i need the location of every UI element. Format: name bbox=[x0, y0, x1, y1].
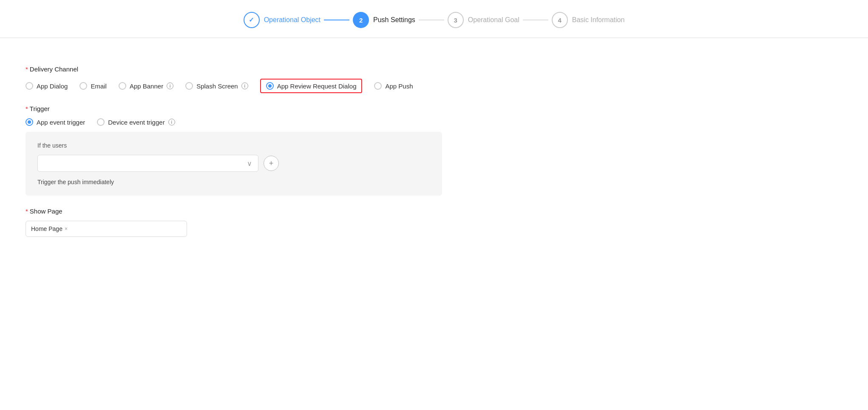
radio-app-push[interactable]: App Push bbox=[374, 82, 413, 90]
splash-screen-info-icon[interactable]: i bbox=[241, 83, 248, 89]
trigger-select-row: ∨ + bbox=[37, 155, 430, 172]
step-basic-information[interactable]: 4 Basic Information bbox=[552, 12, 625, 28]
show-page-tag: Home Page × bbox=[31, 225, 68, 232]
header-divider bbox=[0, 38, 868, 38]
show-page-tag-close[interactable]: × bbox=[65, 226, 68, 232]
radio-label-app-push: App Push bbox=[385, 83, 413, 90]
app-banner-info-icon[interactable]: i bbox=[167, 83, 173, 89]
stepper: ✓ Operational Object 2 Push Settings 3 O… bbox=[0, 0, 868, 38]
delivery-channel-required: * bbox=[26, 65, 28, 73]
show-page-tag-value: Home Page bbox=[31, 225, 62, 232]
connector-1-2 bbox=[324, 20, 349, 20]
connector-3-4 bbox=[523, 20, 548, 20]
show-page-label: * Show Page bbox=[26, 208, 442, 215]
radio-device-event-trigger[interactable]: Device event trigger i bbox=[97, 118, 175, 126]
delivery-channel-options: App Dialog Email App Banner i Splash Scr… bbox=[26, 79, 442, 93]
trigger-select-chevron: ∨ bbox=[247, 159, 252, 168]
radio-label-email: Email bbox=[91, 83, 107, 90]
radio-circle-app-review bbox=[266, 82, 274, 90]
radio-app-banner[interactable]: App Banner i bbox=[119, 82, 173, 90]
step-operational-object[interactable]: ✓ Operational Object bbox=[244, 12, 321, 28]
radio-app-dialog[interactable]: App Dialog bbox=[26, 82, 68, 90]
show-page-tag-input[interactable]: Home Page × bbox=[26, 221, 187, 237]
trigger-label: * Trigger bbox=[26, 105, 442, 112]
step-circle-4: 4 bbox=[552, 12, 568, 28]
radio-circle-email bbox=[79, 82, 87, 90]
device-event-info-icon[interactable]: i bbox=[168, 119, 175, 125]
radio-label-splash-screen: Splash Screen bbox=[196, 83, 238, 90]
step-label-3: Operational Goal bbox=[468, 16, 519, 24]
plus-icon: + bbox=[269, 159, 274, 168]
step-label-4: Basic Information bbox=[572, 16, 625, 24]
connector-2-3 bbox=[419, 20, 444, 20]
radio-label-app-banner: App Banner bbox=[130, 83, 163, 90]
radio-label-app-event: App event trigger bbox=[37, 119, 85, 126]
radio-label-app-dialog: App Dialog bbox=[37, 83, 68, 90]
step-circle-3: 3 bbox=[448, 12, 464, 28]
radio-circle-app-banner bbox=[119, 82, 126, 90]
radio-label-device-event: Device event trigger bbox=[108, 119, 165, 126]
radio-circle-app-push bbox=[374, 82, 382, 90]
delivery-channel-group: * Delivery Channel App Dialog Email App … bbox=[26, 65, 442, 93]
trigger-event-select[interactable]: ∨ bbox=[37, 155, 258, 172]
step-label-2: Push Settings bbox=[373, 16, 415, 24]
radio-email[interactable]: Email bbox=[79, 82, 107, 90]
radio-app-review-request-dialog[interactable]: App Review Request Dialog bbox=[260, 79, 363, 93]
trigger-add-button[interactable]: + bbox=[264, 156, 279, 171]
trigger-group: * Trigger App event trigger Device event… bbox=[26, 105, 442, 196]
show-page-group: * Show Page Home Page × bbox=[26, 208, 442, 237]
step-circle-1: ✓ bbox=[244, 12, 260, 28]
radio-circle-app-event bbox=[26, 118, 33, 126]
step-circle-2: 2 bbox=[353, 12, 369, 28]
radio-app-event-trigger[interactable]: App event trigger bbox=[26, 118, 85, 126]
trigger-options: App event trigger Device event trigger i bbox=[26, 118, 442, 126]
trigger-immediate-label: Trigger the push immediately bbox=[37, 179, 430, 185]
radio-circle-app-dialog bbox=[26, 82, 33, 90]
radio-circle-device-event bbox=[97, 118, 105, 126]
step-label-1: Operational Object bbox=[264, 16, 321, 24]
radio-splash-screen[interactable]: Splash Screen i bbox=[185, 82, 248, 90]
trigger-required: * bbox=[26, 105, 28, 112]
delivery-channel-label: * Delivery Channel bbox=[26, 65, 442, 73]
step-push-settings[interactable]: 2 Push Settings bbox=[353, 12, 415, 28]
if-users-label: If the users bbox=[37, 142, 430, 149]
main-content: * Delivery Channel App Dialog Email App … bbox=[0, 50, 468, 264]
step-operational-goal[interactable]: 3 Operational Goal bbox=[448, 12, 519, 28]
show-page-required: * bbox=[26, 208, 28, 215]
radio-circle-splash-screen bbox=[185, 82, 193, 90]
radio-label-app-review: App Review Request Dialog bbox=[277, 83, 357, 90]
trigger-condition-box: If the users ∨ + Trigger the push immedi… bbox=[26, 132, 442, 196]
